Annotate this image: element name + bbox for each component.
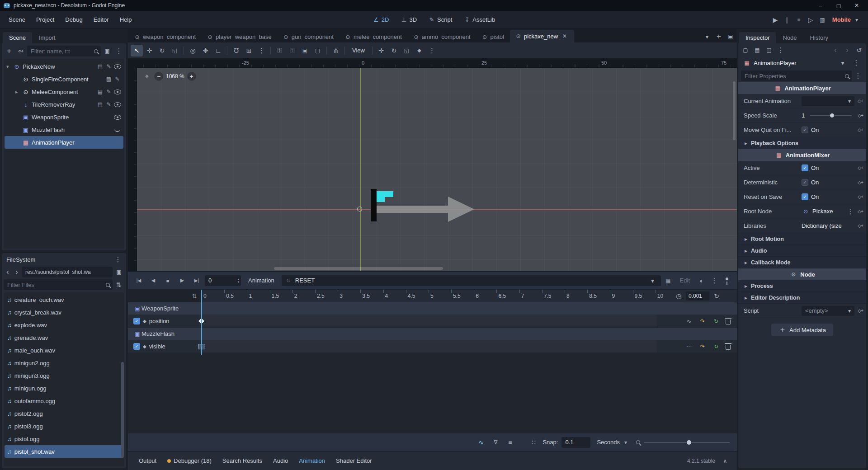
- scene-tab[interactable]: pistol: [476, 31, 509, 42]
- workspace-tab[interactable]: 2D: [368, 14, 394, 25]
- canvas-area[interactable]: − 1068 % +: [137, 68, 737, 271]
- new-resource-icon[interactable]: [740, 45, 751, 55]
- delete-track-icon[interactable]: [726, 345, 731, 350]
- play-from-end-button[interactable]: [190, 275, 203, 286]
- object-history-icon[interactable]: [854, 45, 864, 55]
- keying-icon[interactable]: [856, 112, 864, 120]
- loop-animation-icon[interactable]: [711, 291, 722, 301]
- add-metadata-button[interactable]: Add Metadata: [771, 324, 833, 336]
- bottom-panel-tab[interactable]: Shader Editor: [331, 455, 377, 466]
- animation-key-options-icon[interactable]: [426, 45, 438, 56]
- onion-options-icon[interactable]: [709, 276, 720, 286]
- delete-track-icon[interactable]: [726, 320, 731, 324]
- keying-icon[interactable]: [856, 193, 864, 201]
- track-group-row[interactable]: WeaponSprite: [128, 302, 737, 315]
- checkbox[interactable]: [802, 179, 808, 186]
- slider-handle[interactable]: [687, 440, 691, 445]
- select-tool-button[interactable]: [131, 45, 143, 56]
- grid-snap-button[interactable]: [243, 45, 255, 56]
- scene-tab[interactable]: melee_component: [340, 31, 407, 42]
- current-time-spinbox[interactable]: 0 ▴▾: [205, 275, 241, 286]
- object-options-icon[interactable]: [851, 58, 862, 68]
- timeline-ruler[interactable]: 00.511.522.533.544.555.566.577.588.599.5…: [128, 290, 669, 302]
- property-filter-input[interactable]: [741, 70, 845, 81]
- forward-icon[interactable]: [13, 268, 21, 276]
- file-row[interactable]: pistol3.ogg: [5, 420, 123, 432]
- track-row[interactable]: ◆ position: [128, 315, 737, 328]
- file-row[interactable]: pistol2.ogg: [5, 407, 123, 420]
- slider-handle[interactable]: [830, 113, 834, 118]
- keying-icon[interactable]: [856, 97, 864, 105]
- pause-button[interactable]: [782, 15, 793, 25]
- auto-key-position-button[interactable]: [375, 45, 387, 56]
- dock-tab[interactable]: History: [804, 32, 835, 43]
- wrap-mode-icon[interactable]: [698, 317, 707, 325]
- file-row[interactable]: pistol.ogg: [5, 432, 123, 445]
- interpolation-mode-icon[interactable]: [685, 317, 693, 325]
- pickaxe-sprite-head[interactable]: [377, 191, 393, 197]
- copy-path-icon[interactable]: [113, 267, 124, 277]
- checkbox[interactable]: [802, 193, 808, 200]
- pickaxe-sprite-handle[interactable]: [371, 189, 377, 221]
- pan-tool-button[interactable]: [199, 45, 212, 56]
- keying-icon[interactable]: [856, 207, 864, 216]
- group-button[interactable]: [299, 45, 311, 56]
- zoom-in-button[interactable]: +: [187, 72, 196, 81]
- back-icon[interactable]: [4, 268, 12, 276]
- filter-tracks-icon[interactable]: [490, 437, 501, 447]
- scene-tab[interactable]: player_weapon_base: [202, 31, 277, 42]
- file-filter-input[interactable]: [4, 279, 106, 290]
- expander-icon[interactable]: [15, 89, 22, 95]
- script-dropdown[interactable]: <empty>: [802, 306, 854, 316]
- eye-closed-icon[interactable]: [113, 125, 122, 134]
- animation-picker-dropdown[interactable]: RESET: [282, 275, 661, 286]
- checkbox[interactable]: [802, 127, 808, 133]
- workspace-tab[interactable]: AssetLib: [459, 14, 500, 25]
- scene-tree-row[interactable]: MuzzleFlash: [5, 123, 123, 136]
- keying-icon[interactable]: [856, 126, 864, 134]
- file-row[interactable]: grenade.wav: [5, 331, 123, 344]
- animation-menu-button[interactable]: Animation: [243, 275, 280, 286]
- scene-tree-row[interactable]: TileRemoverRay: [5, 98, 123, 111]
- ruler-tool-button[interactable]: [212, 45, 224, 56]
- snap-options-icon[interactable]: [255, 45, 268, 56]
- scene-filter-input[interactable]: [27, 46, 94, 56]
- unlock-button[interactable]: ⚿: [286, 45, 298, 56]
- movie-mode-button[interactable]: [817, 15, 828, 25]
- timeline-zoom-slider[interactable]: [644, 442, 730, 443]
- horizontal-scrollbar[interactable]: [274, 267, 443, 270]
- group-editor-description[interactable]: Editor Description: [738, 292, 866, 304]
- group-process[interactable]: Process: [738, 280, 866, 292]
- node-path-options-icon[interactable]: [846, 207, 854, 216]
- scrollbar[interactable]: [121, 362, 124, 458]
- file-row[interactable]: pistol_shot.wav: [5, 445, 123, 458]
- clapper-icon[interactable]: [96, 87, 104, 96]
- stop-animation-button[interactable]: [161, 275, 174, 286]
- edited-object-row[interactable]: AnimationPlayer: [741, 57, 863, 69]
- dock-tab[interactable]: Inspector: [739, 32, 776, 43]
- 2d-viewport[interactable]: -250255075 − 1068 % +: [128, 59, 737, 271]
- clapper-icon[interactable]: [104, 75, 113, 84]
- scene-tab[interactable]: gun_component: [278, 31, 339, 42]
- tab-list-icon[interactable]: [702, 32, 712, 42]
- resource-options-icon[interactable]: [775, 45, 786, 55]
- script-icon[interactable]: [104, 87, 113, 96]
- pickaxe-sprite-head[interactable]: [377, 197, 385, 202]
- play-remote-button[interactable]: [805, 15, 816, 25]
- play-button[interactable]: [770, 15, 781, 25]
- stop-button[interactable]: [793, 15, 804, 25]
- track-enabled-checkbox[interactable]: [133, 343, 140, 350]
- scene-options-icon[interactable]: [113, 46, 124, 56]
- menu-item[interactable]: Debug: [60, 14, 87, 25]
- save-resource-icon[interactable]: [764, 45, 774, 55]
- skeleton-options-icon[interactable]: [330, 45, 342, 56]
- timeline-playhead[interactable]: [201, 290, 202, 355]
- keying-icon[interactable]: [856, 164, 864, 172]
- onion-skinning-icon[interactable]: [696, 276, 707, 286]
- eye-icon[interactable]: [113, 113, 122, 122]
- wrap-mode-icon[interactable]: [698, 343, 707, 351]
- insert-key-button[interactable]: [413, 45, 425, 56]
- keying-icon[interactable]: [856, 179, 864, 187]
- file-row[interactable]: minigun3.ogg: [5, 369, 123, 382]
- dock-tab[interactable]: Scene: [3, 32, 32, 43]
